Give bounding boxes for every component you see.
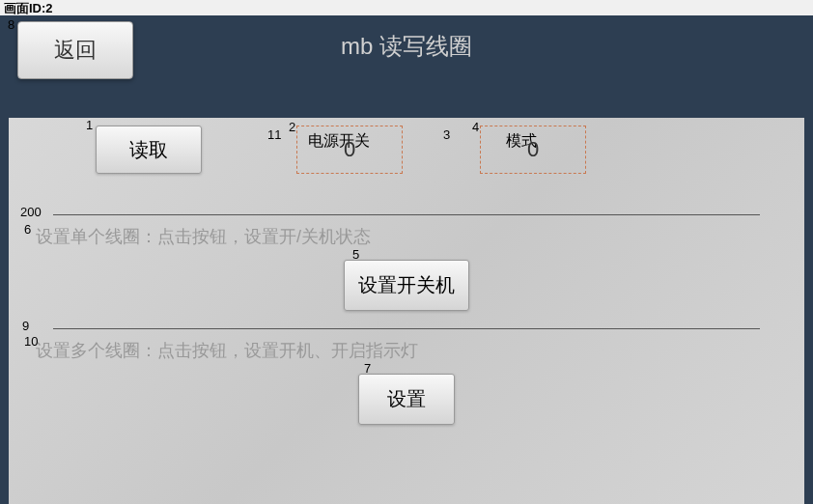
- back-button[interactable]: 返回: [17, 21, 133, 79]
- marker-5: 5: [352, 247, 359, 262]
- set-button[interactable]: 设置: [358, 374, 455, 425]
- marker-4: 4: [472, 120, 479, 134]
- marker-9: 9: [22, 319, 29, 333]
- desc-single: 设置单个线圈：点击按钮，设置开/关机状态: [26, 215, 787, 252]
- marker-3: 3: [443, 127, 450, 142]
- marker-200: 200: [20, 205, 42, 219]
- mode-value-box[interactable]: 0: [480, 126, 586, 174]
- marker-10: 10: [24, 334, 38, 349]
- marker-1: 1: [86, 118, 93, 132]
- set-power-button[interactable]: 设置开关机: [344, 260, 469, 311]
- desc-multi: 设置多个线圈：点击按钮，设置开机、开启指示灯: [26, 329, 787, 366]
- marker-6: 6: [24, 222, 31, 237]
- marker-2: 2: [289, 120, 295, 134]
- content-area: 11 电源开关 3 模式 1 读取 2 0 4 0 200 6 设置单个线圈：点…: [8, 118, 805, 504]
- page-id-bar: 画面ID:2: [0, 0, 813, 15]
- header: 8 返回 mb 读写线圈: [0, 15, 813, 77]
- read-button[interactable]: 读取: [96, 126, 202, 174]
- marker-11: 11: [267, 127, 281, 142]
- page-title: mb 读写线圈: [341, 31, 472, 62]
- marker-7: 7: [364, 361, 371, 376]
- power-value-box[interactable]: 0: [296, 126, 403, 174]
- marker-8: 8: [8, 17, 14, 32]
